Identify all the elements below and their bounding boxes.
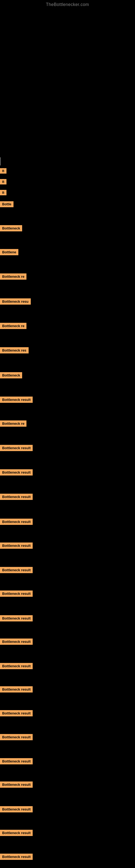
bottleneck-result-label: Bottle xyxy=(0,201,13,207)
bottleneck-result-label: Bottleneck result xyxy=(0,734,33,740)
bottleneck-result-label: Bottleneck result xyxy=(0,710,33,716)
bottleneck-result-label: Bottleneck res xyxy=(0,347,29,353)
bottleneck-result-label: Bottleneck result xyxy=(0,663,33,669)
bottleneck-result-label: Bottleneck re xyxy=(0,273,27,280)
bottleneck-result-label: B xyxy=(0,168,6,174)
bottleneck-result-label: B xyxy=(0,179,6,184)
bottleneck-result-label: Bottleneck resu xyxy=(0,299,31,305)
bottleneck-result-label: Bottleneck result xyxy=(0,758,33,764)
bottleneck-result-label: Bottleneck result xyxy=(0,567,33,573)
bottleneck-result-label: Bottleneck xyxy=(0,225,22,231)
vertical-line xyxy=(0,157,1,165)
bottleneck-result-label: Bottleneck result xyxy=(0,781,33,788)
bottleneck-result-label: Bottleneck result xyxy=(0,397,33,403)
bottleneck-result-label: Bottleneck re xyxy=(0,421,27,427)
bottleneck-result-label: Bottleneck result xyxy=(0,542,33,549)
bottleneck-result-label: Bottleneck result xyxy=(0,494,33,500)
bottleneck-result-label: B xyxy=(0,190,6,195)
bottleneck-result-label: Bottleneck xyxy=(0,372,22,378)
bottleneck-result-label: Bottleneck result xyxy=(0,469,33,475)
bottleneck-result-label: Bottleneck result xyxy=(0,854,33,860)
bottleneck-result-label: Bottleneck result xyxy=(0,686,33,692)
bottleneck-result-label: Bottleneck result xyxy=(0,590,33,597)
bottleneck-result-label: Bottleneck result xyxy=(0,639,33,645)
bottleneck-result-label: Bottleneck result xyxy=(0,615,33,621)
bottleneck-result-label: Bottleneck result xyxy=(0,830,33,836)
bottleneck-result-label: Bottleneck result xyxy=(0,445,33,451)
site-title: TheBottlenecker.com xyxy=(0,0,135,7)
bottleneck-result-label: Bottleneck result xyxy=(0,806,33,812)
bottleneck-result-label: Bottlene xyxy=(0,249,18,255)
bottleneck-result-label: Bottleneck re xyxy=(0,323,27,329)
bottleneck-result-label: Bottleneck result xyxy=(0,519,33,525)
